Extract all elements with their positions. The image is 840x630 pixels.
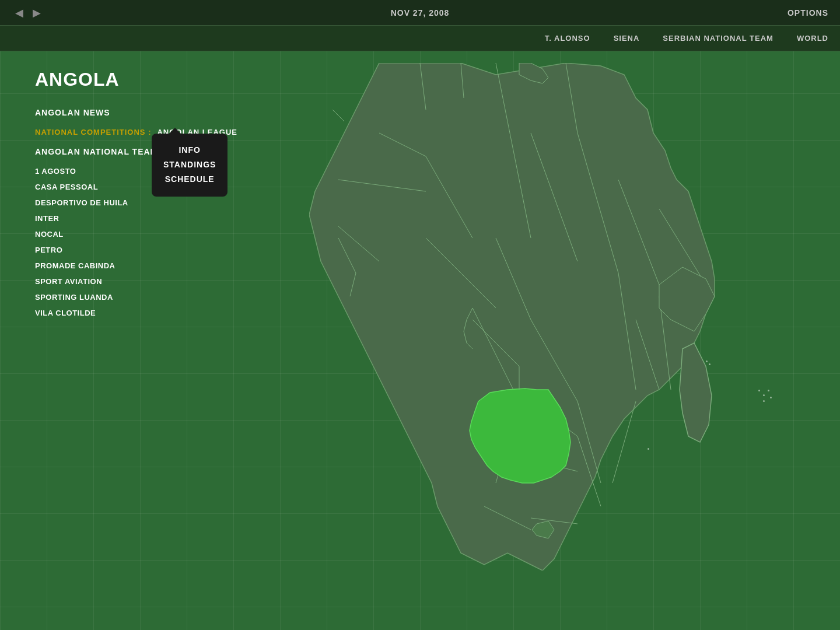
team-item[interactable]: SPORT AVIATION	[35, 277, 245, 286]
team-item[interactable]: SPORTING LUANDA	[35, 293, 245, 302]
team-item[interactable]: DESPORTIVO DE HUILA	[35, 198, 245, 207]
nav-arrows: ◀ ▶	[12, 5, 44, 20]
national-competitions-row: NATIONAL COMPETITIONS : ANGOLAN LEAGUE I…	[35, 128, 245, 136]
subnav-item-serbian-national-team[interactable]: SERBIAN NATIONAL TEAM	[663, 34, 774, 43]
date-display: NOV 27, 2008	[391, 8, 450, 18]
svg-marker-26	[680, 343, 712, 442]
team-item[interactable]: INTER	[35, 214, 245, 223]
page-title: ANGOLA	[35, 69, 245, 90]
national-competitions-label: NATIONAL COMPETITIONS :	[35, 128, 151, 136]
angolan-news-link[interactable]: ANGOLAN NEWS	[35, 108, 245, 117]
nav-back-button[interactable]: ◀	[12, 5, 27, 20]
subnav-item-t-alonso[interactable]: T. ALONSO	[545, 34, 590, 43]
left-panel: ANGOLA ANGOLAN NEWS NATIONAL COMPETITION…	[0, 51, 280, 630]
tooltip-popup: INFO STANDINGS SCHEDULE	[152, 134, 228, 197]
main-content: ANGOLA ANGOLAN NEWS NATIONAL COMPETITION…	[0, 51, 840, 630]
svg-line-31	[332, 110, 344, 121]
options-button[interactable]: OPTIONS	[788, 8, 828, 18]
team-item[interactable]: VILA CLOTILDE	[35, 309, 245, 317]
team-item[interactable]: NOCAL	[35, 230, 245, 239]
africa-map	[309, 63, 718, 570]
team-item[interactable]: PETRO	[35, 246, 245, 254]
subnav-item-siena[interactable]: SIENA	[614, 34, 640, 43]
tooltip-standings[interactable]: STANDINGS	[163, 158, 216, 172]
tooltip-info[interactable]: INFO	[163, 143, 216, 158]
team-item[interactable]: PROMADE CABINDA	[35, 261, 245, 270]
svg-marker-0	[309, 63, 715, 570]
map-area	[280, 51, 840, 630]
tooltip-schedule[interactable]: SCHEDULE	[163, 172, 216, 187]
nav-forward-button[interactable]: ▶	[29, 5, 44, 20]
sub-nav: T. ALONSO SIENA SERBIAN NATIONAL TEAM WO…	[0, 26, 840, 51]
top-bar: ◀ ▶ NOV 27, 2008 OPTIONS	[0, 0, 840, 26]
subnav-item-world[interactable]: WORLD	[797, 34, 828, 43]
